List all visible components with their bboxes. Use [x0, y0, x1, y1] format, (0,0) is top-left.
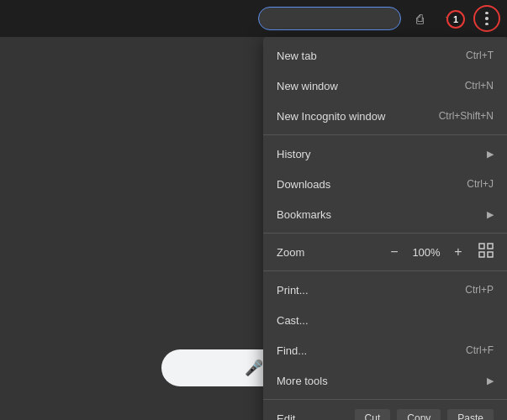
- svg-rect-0: [479, 244, 484, 249]
- svg-rect-1: [488, 244, 493, 249]
- paste-button[interactable]: Paste: [447, 409, 494, 420]
- cut-button[interactable]: Cut: [355, 409, 391, 420]
- divider-2: [263, 233, 507, 234]
- menu-item-history[interactable]: History ▶: [263, 139, 507, 169]
- menu-item-cast[interactable]: Cast...: [263, 305, 507, 335]
- share-icon[interactable]: ⎙: [408, 7, 431, 30]
- divider-3: [263, 270, 507, 271]
- dropdown-menu: New tab Ctrl+T New window Ctrl+N New Inc…: [263, 37, 507, 420]
- svg-rect-2: [479, 252, 484, 257]
- divider-1: [263, 134, 507, 135]
- menu-item-new-tab[interactable]: New tab Ctrl+T: [263, 40, 507, 71]
- menu-item-more-tools[interactable]: More tools ▶: [263, 365, 507, 396]
- edit-row: Edit Cut Copy Paste: [263, 403, 507, 420]
- svg-rect-3: [488, 252, 493, 257]
- menu-item-print[interactable]: Print... Ctrl+P: [263, 275, 507, 305]
- menu-button[interactable]: [473, 5, 500, 32]
- fullscreen-button[interactable]: [478, 243, 494, 261]
- zoom-row: Zoom − 100% +: [263, 237, 507, 267]
- address-bar[interactable]: [258, 7, 401, 30]
- browser-window: ⎙ ☆ 1 🎤 New tab Ctrl+T: [0, 0, 507, 420]
- annotation-1: 1: [446, 10, 465, 29]
- copy-button[interactable]: Copy: [397, 409, 441, 420]
- address-bar-area: ⎙ ☆: [243, 7, 462, 30]
- menu-item-downloads[interactable]: Downloads Ctrl+J: [263, 169, 507, 199]
- zoom-in-button[interactable]: +: [448, 242, 468, 262]
- three-dots-icon: [485, 12, 489, 26]
- main-content: 🎤 New tab Ctrl+T New window Ctrl+N New I…: [0, 37, 507, 420]
- menu-item-find[interactable]: Find... Ctrl+F: [263, 335, 507, 365]
- zoom-controls: − 100% +: [384, 242, 494, 262]
- zoom-out-button[interactable]: −: [384, 242, 404, 262]
- menu-item-bookmarks[interactable]: Bookmarks ▶: [263, 199, 507, 229]
- mic-icon: 🎤: [246, 360, 262, 376]
- top-bar: ⎙ ☆ 1: [0, 0, 507, 37]
- menu-item-new-window[interactable]: New window Ctrl+N: [263, 71, 507, 101]
- divider-4: [263, 399, 507, 400]
- menu-item-incognito[interactable]: New Incognito window Ctrl+Shift+N: [263, 101, 507, 131]
